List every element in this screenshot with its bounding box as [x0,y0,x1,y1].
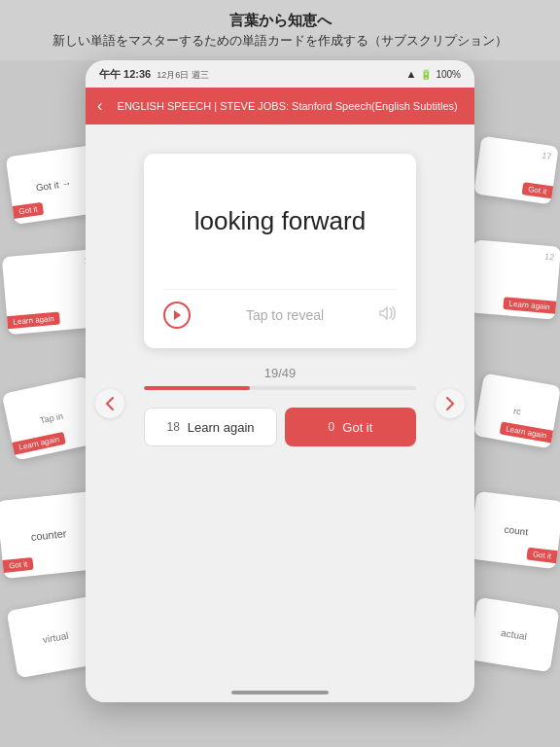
bg-card-r1: 17 Got it [473,136,559,205]
promo-banner: 言葉から知恵へ 新しい単語をマスターするための単語カードを作成する（サブスクリプ… [0,0,560,60]
card-word: looking forward [194,183,366,260]
prev-card-button[interactable] [95,389,124,418]
bg-card-r4: count Got it [469,491,560,569]
status-bar: 午午 12:36 12月6日 週三 ▲ 🔋 100% [86,60,474,88]
status-time: 午午 12:36 [99,67,151,82]
learn-again-count: 18 [166,420,179,434]
progress-counter: 19/49 [264,366,297,380]
nav-header: ‹ ENGLISH SPEECH | STEVE JOBS: Stanford … [86,88,474,124]
bg-card-r5: actual [468,597,559,672]
battery-icon: 🔋 [420,69,432,80]
sound-icon[interactable] [379,306,397,324]
phone-frame: 午午 12:36 12月6日 週三 ▲ 🔋 100% ‹ ENGLISH SPE… [86,60,474,702]
wifi-icon: ▲ [406,68,417,80]
got-it-label: Got it [342,420,372,435]
progress-bar [144,386,416,390]
got-it-button[interactable]: 0 Got it [285,408,416,446]
battery-text: 100% [436,69,461,80]
nav-title: ENGLISH SPEECH | STEVE JOBS: Stanford Sp… [112,100,463,112]
got-it-count: 0 [329,420,335,434]
status-icons: ▲ 🔋 100% [406,68,461,80]
progress-bar-fill [144,386,250,390]
learn-again-button[interactable]: 18 Learn again [144,408,277,446]
home-indicator [86,683,474,702]
action-buttons: 18 Learn again 0 Got it [144,408,416,446]
home-bar [231,691,329,694]
learn-again-label: Learn again [188,420,255,435]
promo-subtitle: 新しい単語をマスターするための単語カードを作成する（サブスクリプション） [52,32,508,50]
promo-title: 言葉から知恵へ [229,12,332,30]
back-button[interactable]: ‹ [97,97,102,115]
flashcard[interactable]: looking forward Tap to reveal [144,154,416,348]
next-card-button[interactable] [436,389,465,418]
status-date: 12月6日 週三 [157,69,209,82]
bg-card-r3: rc Learn again [473,374,560,449]
card-bottom: Tap to reveal [163,289,397,329]
bg-card-r2: 12 Learn again [468,239,560,320]
main-content: looking forward Tap to reveal 1 [86,124,474,683]
tap-to-reveal[interactable]: Tap to reveal [200,307,369,323]
play-button[interactable] [163,302,191,329]
